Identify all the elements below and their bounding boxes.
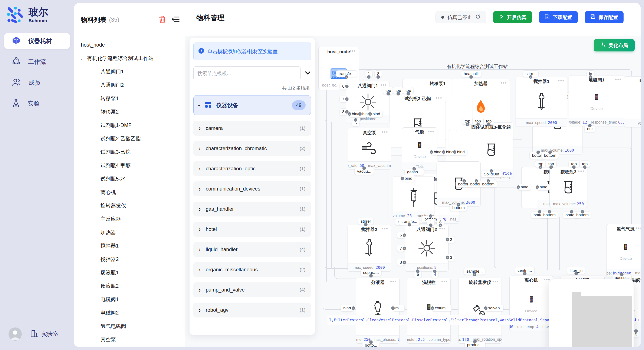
port-chip-top[interactable]: top› (403, 87, 413, 94)
port-chip-bottom[interactable]: bottom‹ (480, 181, 497, 187)
port-chip-botto[interactable]: botto...‹ (362, 342, 380, 347)
port-connector-icon[interactable]: ‹ (431, 306, 434, 310)
port-connector-icon[interactable]: › (369, 274, 373, 278)
port-connector-icon[interactable]: › (386, 92, 390, 95)
port-chip-6[interactable]: 6› (340, 83, 347, 90)
port-connector-icon[interactable]: ‹ (446, 256, 449, 259)
port-connector-icon[interactable]: ‹ (446, 238, 449, 241)
template-item-hotel[interactable]: › hotel (1) (193, 222, 311, 237)
port-chip-6[interactable]: 6› (398, 232, 404, 238)
node-menu-icon[interactable]: ••• (636, 225, 640, 231)
tree-item[interactable]: 搅拌器1 (74, 239, 185, 252)
port-connector-icon[interactable]: ‹ (362, 167, 366, 170)
tree-item[interactable]: 转移泵1 (74, 92, 185, 105)
port-connector-icon[interactable]: ‹ (620, 273, 624, 276)
port-connector-icon[interactable]: ‹ (358, 112, 362, 116)
collapse-chevron-icon[interactable] (304, 71, 311, 76)
port-connector-icon[interactable]: ‹ (354, 118, 357, 122)
port-chip-5[interactable]: 5‹ (414, 271, 422, 278)
port-chip-top[interactable]: top› (473, 118, 483, 124)
port-chip-t[interactable]: t‹ (633, 331, 639, 338)
port-chip-m[interactable]: m...‹ (393, 305, 404, 311)
port-chip-in[interactable]: in› (587, 71, 594, 77)
port-chip-bottom[interactable]: bottom‹ (542, 152, 558, 159)
port-chip-transfe[interactable]: transfe...› (399, 218, 420, 225)
port-chip-sample[interactable]: sample...› (464, 268, 485, 275)
template-item-characterization_optic[interactable]: › characterization_optic (1) (193, 161, 311, 176)
canvas-node-搅拌器2[interactable]: 搅拌器2•••max_speed: 2000 (348, 225, 391, 272)
canvas-node-气源[interactable]: 气源•••Device气源 (402, 127, 437, 170)
tree-item[interactable]: 废液瓶2 (74, 279, 185, 293)
port-chip-out[interactable]: out‹ (585, 126, 595, 132)
template-item-pump_and_valve[interactable]: › pump_and_valve (4) (193, 282, 311, 297)
port-connector-icon[interactable]: › (583, 166, 586, 169)
collapse-list-icon[interactable] (172, 16, 180, 24)
port-connector-icon[interactable]: › (466, 123, 469, 126)
port-connector-icon[interactable]: › (345, 97, 348, 101)
canvas-node-电磁阀2[interactable]: 电磁阀2•••voltage: 12 (624, 76, 640, 127)
port-chip-bind[interactable]: bind‹ (518, 184, 531, 190)
port-connector-icon[interactable]: ‹ (588, 124, 592, 127)
port-chip-bottom[interactable]: bottom‹ (541, 212, 558, 218)
tree-item[interactable]: 试剂瓶4-甲醇 (74, 159, 185, 172)
beautify-layout-button[interactable]: 美化布局 (594, 39, 635, 51)
port-connector-icon[interactable]: ‹ (453, 150, 456, 154)
canvas-node-真空泵[interactable]: 真空泵•••pump_rate: 50max_vacuum: 0.1 (348, 128, 391, 170)
port-connector-icon[interactable]: ‹ (536, 151, 540, 154)
tree-item[interactable]: 废液瓶1 (74, 266, 185, 279)
port-connector-icon[interactable]: ‹ (517, 185, 520, 189)
refresh-icon[interactable] (475, 14, 480, 20)
port-connector-icon[interactable]: › (529, 75, 532, 79)
port-connector-icon[interactable]: › (364, 223, 368, 226)
port-chip-8[interactable]: 8› (398, 259, 404, 266)
template-item-camera[interactable]: › camera (1) (193, 121, 311, 136)
template-item-gas_handler[interactable]: › gas_handler (1) (193, 201, 311, 216)
node-menu-icon[interactable]: ••• (382, 129, 388, 135)
tree-group-workstation[interactable]: ⌄有机化学流程综合测试工作站 (74, 51, 185, 65)
port-connector-icon[interactable]: › (345, 75, 348, 79)
node-menu-icon[interactable]: ••• (504, 124, 510, 130)
tree-item[interactable]: 加热器 (74, 226, 185, 239)
port-chip-1[interactable]: 1› (428, 219, 434, 225)
port-connector-icon[interactable]: ‹ (634, 329, 638, 333)
port-connector-icon[interactable]: ‹ (484, 306, 488, 310)
port-connector-icon[interactable]: › (574, 272, 578, 275)
port-chip-bind[interactable]: bind‹ (370, 111, 382, 117)
port-connector-icon[interactable]: › (523, 272, 526, 275)
port-connector-icon[interactable]: › (406, 92, 410, 95)
template-item-liquid_handler[interactable]: › liquid_handler (4) (193, 242, 311, 257)
port-connector-icon[interactable]: ‹ (412, 167, 416, 171)
node-menu-icon[interactable]: ••• (390, 279, 397, 285)
trash-icon[interactable] (159, 15, 166, 24)
canvas-node[interactable]: max_volume: 25transfer_rate: 10 (393, 176, 434, 220)
node-menu-icon[interactable]: ••• (428, 128, 434, 134)
node-menu-icon[interactable]: ••• (615, 76, 622, 82)
node-menu-icon[interactable]: ••• (638, 277, 640, 283)
simulation-status-pill[interactable]: 仿真已停止 (436, 11, 486, 23)
port-connector-icon[interactable]: ‹ (430, 150, 433, 154)
port-chip-1[interactable]: 1› (366, 71, 372, 77)
avatar[interactable] (8, 328, 22, 341)
tree-item[interactable]: 试剂瓶2-乙酸乙酯 (74, 132, 185, 145)
tree-item[interactable]: 八通阀门1 (74, 65, 185, 78)
port-connector-icon[interactable]: › (473, 273, 476, 276)
canvas-node-分液器[interactable]: 分液器•••volume: 250has_phases: true (356, 278, 400, 344)
port-chip-stirrer[interactable]: stirrer› (358, 218, 374, 224)
node-menu-icon[interactable]: ••• (441, 279, 448, 285)
port-chip-bottom[interactable]: bottom‹ (450, 204, 467, 211)
port-connector-icon[interactable]: ‹ (581, 210, 584, 213)
node-menu-icon[interactable]: ••• (380, 82, 387, 88)
tree-item[interactable]: 氢气电磁阀 (74, 319, 185, 333)
tree-item[interactable]: 离心机 (74, 185, 185, 199)
tree-item[interactable]: 试剂瓶3-己烷 (74, 145, 185, 159)
port-chip-vacuu[interactable]: vacuu...‹ (355, 168, 374, 175)
port-chip-top[interactable]: top› (569, 161, 579, 167)
port-connector-icon[interactable]: › (396, 92, 400, 95)
port-chip-filter_in[interactable]: filter_in› (567, 267, 585, 274)
category-instruments[interactable]: › 仪器设备 49 (193, 95, 311, 115)
port-connector-icon[interactable]: ‹ (348, 112, 351, 116)
port-connector-icon[interactable]: ‹ (570, 210, 573, 213)
canvas-node-电磁阀1[interactable]: 电磁阀1•••Devicevoltage: 12response_time: 0… (568, 75, 624, 126)
port-chip-top[interactable]: top› (484, 118, 494, 124)
port-chip-top[interactable]: top› (546, 161, 556, 167)
